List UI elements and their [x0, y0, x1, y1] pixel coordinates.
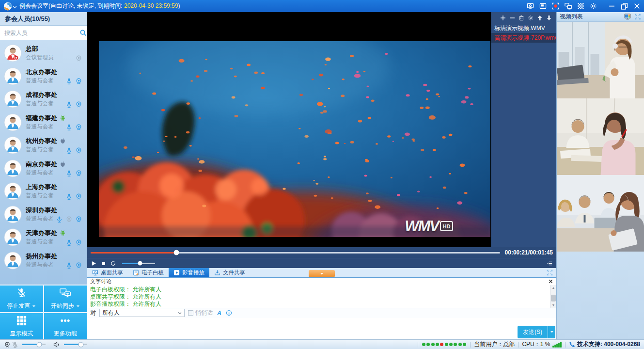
chat-scrollbar[interactable]: ▲ ▼ — [550, 285, 556, 308]
play-button[interactable] — [91, 261, 96, 266]
scroll-thumb[interactable] — [551, 295, 556, 302]
camera-icon[interactable] — [75, 216, 82, 223]
mic-icon[interactable] — [65, 147, 73, 154]
seek-handle[interactable] — [174, 250, 179, 255]
speaker-volume-slider[interactable] — [64, 344, 87, 345]
tab-file-share[interactable]: 文件共享 — [209, 268, 250, 277]
camera-icon[interactable] — [75, 124, 82, 131]
send-options-caret[interactable] — [548, 326, 555, 338]
participant-row[interactable]: 天津办事处普通与会者 — [0, 226, 87, 249]
mic-muted-icon[interactable] — [12, 341, 18, 348]
chat-header: 文字讨论 — [87, 278, 556, 285]
webcam-icon[interactable] — [4, 341, 11, 348]
search-icon[interactable] — [79, 29, 87, 36]
fullscreen-icon[interactable] — [547, 270, 553, 276]
sync-screens-button[interactable]: 开始同步 — [44, 286, 87, 312]
camera-icon[interactable] — [75, 239, 82, 246]
camera-icon[interactable] — [75, 147, 82, 154]
tab-desktop-share[interactable]: 桌面共享 — [87, 268, 128, 277]
participant-row[interactable]: 福建办事处普通与会者 — [0, 111, 87, 134]
chevron-down-icon — [178, 311, 182, 315]
participant-row[interactable]: 南京办事处普通与会者 — [0, 157, 87, 180]
video-wall-icon[interactable] — [624, 14, 631, 20]
mic-icon[interactable] — [56, 216, 63, 223]
playlist-toggle-icon[interactable] — [547, 261, 552, 266]
camera-gray-icon[interactable] — [65, 216, 73, 223]
close-icon[interactable] — [548, 279, 553, 284]
trash-icon[interactable] — [518, 15, 524, 21]
participant-row[interactable]: 总部会议管理员 — [0, 42, 87, 65]
playlist-item[interactable]: 标清演示视频.WMV — [491, 23, 556, 33]
scroll-up-arrow[interactable]: ▲ — [550, 285, 556, 290]
video-thumbnail[interactable] — [557, 98, 644, 175]
close-icon[interactable] — [633, 2, 641, 10]
maximize-icon[interactable] — [621, 2, 628, 10]
participant-row[interactable]: 深圳办事处普通与会者 — [0, 203, 87, 226]
panel-collapse-handle[interactable] — [309, 270, 335, 277]
window-panel-icon[interactable] — [539, 2, 547, 10]
mic-volume-knob[interactable] — [36, 342, 42, 347]
chevron-down-icon[interactable] — [13, 5, 17, 9]
tab-media-play[interactable]: 影音播放 — [169, 268, 209, 277]
speaker-icon[interactable] — [53, 341, 60, 348]
settings-gear-icon[interactable] — [590, 2, 597, 10]
action-button-label: 显示模式 — [10, 330, 33, 338]
camera-icon[interactable] — [75, 101, 82, 108]
add-icon[interactable] — [500, 15, 506, 21]
move-up-icon[interactable] — [537, 15, 543, 21]
seek-bar[interactable] — [91, 252, 500, 254]
tab-whiteboard[interactable]: 电子白板 — [128, 268, 169, 277]
caret-down-icon[interactable] — [76, 304, 80, 308]
camera-icon[interactable] — [75, 262, 82, 269]
playlist-item[interactable]: 高清演示视频-720P.wmv删除 — [491, 33, 556, 43]
network-screens-icon[interactable] — [565, 2, 572, 10]
send-button[interactable]: 发送(S) — [518, 326, 555, 338]
scroll-down-arrow[interactable]: ▼ — [550, 303, 556, 308]
speaker-volume-knob[interactable] — [78, 342, 83, 347]
video-thumbnail[interactable] — [557, 175, 644, 252]
mic-off-button[interactable]: 停止发言 — [0, 286, 43, 312]
move-down-icon[interactable] — [546, 15, 552, 21]
screen-monitor-icon[interactable] — [527, 2, 534, 10]
participant-row[interactable]: 扬州办事处普通与会者 — [0, 249, 87, 272]
recipient-select[interactable]: 所有人 — [99, 309, 185, 317]
display-mode-button[interactable]: 显示模式 — [0, 313, 43, 340]
caret-down-icon[interactable] — [32, 304, 36, 308]
stop-button[interactable] — [101, 261, 106, 266]
more-functions-button[interactable]: 更多功能 — [44, 313, 87, 340]
dither-grid-icon[interactable] — [577, 2, 584, 10]
camera-icon[interactable] — [75, 78, 82, 85]
mic-icon[interactable] — [65, 193, 73, 200]
mic-icon[interactable] — [65, 239, 73, 246]
whisper-option[interactable]: 悄悄话 — [188, 309, 213, 317]
font-icon[interactable]: A — [216, 310, 222, 316]
participant-row[interactable]: 上海办事处普通与会者 — [0, 180, 87, 203]
camera-icon[interactable] — [75, 170, 82, 177]
search-input[interactable] — [4, 30, 79, 36]
wmv-logo: WMV — [405, 219, 439, 234]
chat-input-area[interactable]: 发送(S) — [87, 318, 556, 340]
emoji-icon[interactable] — [226, 310, 232, 316]
camera-gray-icon[interactable] — [75, 55, 82, 62]
remove-icon[interactable] — [509, 15, 515, 21]
expand-icon[interactable] — [634, 14, 641, 20]
record-icon[interactable] — [552, 2, 559, 10]
participant-row[interactable]: 杭州办事处普通与会者 — [0, 134, 87, 157]
participant-row[interactable]: 成都办事处普通与会者 — [0, 88, 87, 111]
volume-slider[interactable] — [122, 263, 155, 264]
volume-handle[interactable] — [138, 261, 142, 266]
mic-icon[interactable] — [65, 78, 73, 85]
participant-row[interactable]: 北京办事处普通与会者 — [0, 65, 87, 88]
camera-icon[interactable] — [75, 193, 82, 200]
gear-icon[interactable] — [528, 15, 534, 21]
minimize-icon[interactable] — [608, 2, 615, 10]
whisper-checkbox[interactable] — [188, 310, 193, 316]
mic-icon[interactable] — [65, 170, 73, 177]
video-thumbnail[interactable] — [557, 22, 644, 98]
mic-icon[interactable] — [65, 124, 73, 131]
app-logo-icon[interactable] — [3, 2, 12, 11]
mic-icon[interactable] — [65, 262, 73, 269]
mic-volume-slider[interactable] — [22, 344, 46, 345]
replay-button[interactable] — [110, 261, 116, 266]
mic-icon[interactable] — [65, 101, 73, 108]
